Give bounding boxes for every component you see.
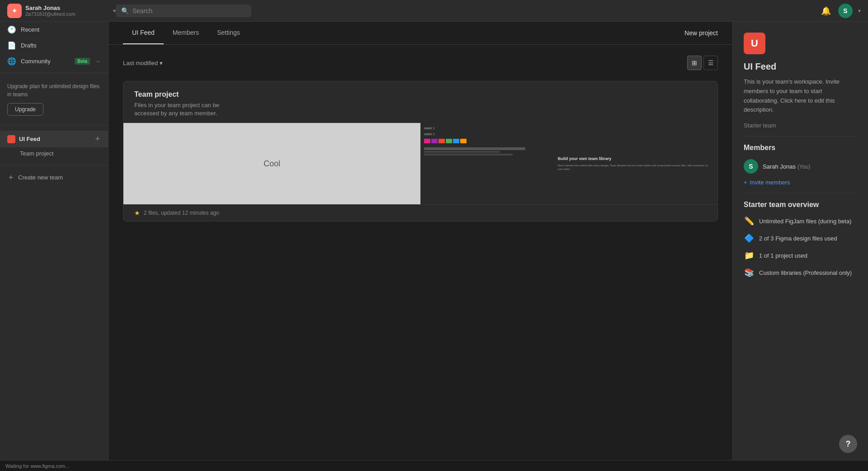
content-area: UI Feed Members Settings New project Las… (108, 22, 732, 460)
team-add-button[interactable]: + (94, 133, 101, 145)
grid-view-button[interactable]: ⊞ (687, 56, 702, 70)
user-info: Sarah Jonas 2a73181f@uifeed.com (25, 5, 109, 17)
lib-color-swatches (424, 139, 551, 143)
lib-header-1: eader 1 (424, 127, 551, 130)
library-left-panel: eader 1 eader 1 (420, 123, 554, 204)
team-panel-title: UI Feed (744, 61, 857, 72)
overview-item-2: 🔷 2 of 3 Figma design files used (744, 233, 857, 243)
view-toggle: ⊞ ☰ (687, 56, 718, 70)
project-card: Team project Files in your team project … (123, 81, 718, 221)
panel-divider-1 (744, 136, 857, 137)
lib-swatch-red (439, 139, 445, 143)
globe-icon: 🌐 (7, 57, 16, 66)
topbar-right: 🔔 S ▾ (819, 4, 861, 18)
filter-bar: Last modified ▾ ⊞ ☰ (123, 56, 718, 70)
lib-type-3 (424, 154, 513, 155)
team-panel-desc: This is your team's workspace. Invite me… (744, 77, 857, 115)
upgrade-section: Upgrade plan for unlimited design files … (0, 77, 108, 121)
team-header[interactable]: UI Feed + (0, 131, 108, 147)
filter-button[interactable]: Last modified ▾ (123, 60, 163, 66)
sidebar-divider-2 (0, 125, 108, 125)
upgrade-button[interactable]: Upgrade (7, 103, 43, 116)
filter-label: Last modified (123, 60, 158, 66)
create-team-label: Create new team (18, 174, 63, 181)
recent-label: Recent (21, 26, 101, 33)
search-box[interactable]: 🔍 Search (116, 5, 251, 17)
invite-members-link[interactable]: + Invite members (744, 179, 857, 186)
star-icon: ★ (134, 209, 140, 217)
community-badge: Beta (75, 58, 90, 65)
sidebar-item-team-project[interactable]: Team project (0, 147, 108, 160)
avatar-chevron[interactable]: ▾ (858, 8, 861, 14)
notifications-button[interactable]: 🔔 (819, 4, 833, 18)
project-title: Team project (134, 90, 707, 99)
topbar: ✦ Sarah Jonas 2a73181f@uifeed.com ▾ 🔍 Se… (0, 0, 868, 22)
team-color-indicator (7, 135, 15, 143)
create-team-button[interactable]: ＋ Create new team (0, 169, 108, 186)
upgrade-text: Upgrade plan for unlimited design files … (7, 82, 101, 99)
file-thumb-library[interactable]: eader 1 eader 1 (420, 123, 717, 204)
team-panel-avatar: U (744, 33, 765, 54)
libraries-icon: 📚 (744, 268, 755, 278)
project-desc: Files in your team project can be access… (134, 101, 707, 118)
file-thumb-cool[interactable]: Cool (123, 123, 420, 204)
sidebar-item-community[interactable]: 🌐 Community Beta → (0, 53, 108, 69)
main-layout: 🕐 Recent 📄 Drafts 🌐 Community Beta → Upg… (0, 22, 868, 460)
lib-swatch-purple (431, 139, 438, 143)
file-icon: 📄 (7, 41, 16, 50)
tab-ui-feed[interactable]: UI Feed (123, 22, 164, 44)
sidebar-divider-3 (0, 165, 108, 165)
help-button[interactable]: ? (839, 435, 857, 453)
project-card-header: Team project Files in your team project … (123, 81, 717, 123)
content-body: Last modified ▾ ⊞ ☰ Team project Files i… (108, 45, 732, 232)
overview-text-3: 1 of 1 project used (759, 252, 807, 259)
lib-swatch-pink (424, 139, 430, 143)
statusbar: Waiting for www.figma.com... (0, 460, 868, 471)
library-text: Don't reinvent the wheel with every desi… (558, 164, 714, 171)
overview-text-1: Unlimited FigJam files (during beta) (759, 218, 851, 225)
sidebar-divider-1 (0, 73, 108, 73)
user-email: 2a73181f@uifeed.com (25, 11, 109, 17)
member-you-text: (You) (797, 164, 810, 170)
project-files: Cool eader 1 eader 1 (123, 123, 717, 204)
file-cool-label: Cool (264, 159, 280, 169)
member-avatar: S (744, 159, 758, 174)
library-preview: eader 1 eader 1 (420, 123, 717, 204)
search-icon: 🔍 (121, 7, 129, 14)
library-right-panel: Build your own team library Don't reinve… (554, 123, 717, 204)
avatar[interactable]: S (838, 4, 853, 18)
right-panel: U UI Feed This is your team's workspace.… (732, 22, 868, 460)
community-label: Community (21, 58, 70, 65)
invite-plus-icon: + (744, 179, 747, 186)
content-header: UI Feed Members Settings New project (108, 22, 732, 45)
topbar-left: ✦ Sarah Jonas 2a73181f@uifeed.com ▾ (7, 4, 116, 18)
statusbar-text: Waiting for www.figma.com... (5, 463, 69, 469)
lib-header-2: eader 1 (424, 132, 551, 136)
library-title: Build your own team library (558, 156, 714, 162)
drafts-label: Drafts (21, 42, 101, 49)
community-arrow-icon: → (94, 58, 101, 65)
lib-type-1 (424, 147, 525, 150)
sidebar: 🕐 Recent 📄 Drafts 🌐 Community Beta → Upg… (0, 22, 108, 460)
team-name-label: UI Feed (19, 136, 90, 142)
member-name: Sarah Jonas (763, 163, 796, 170)
list-view-button[interactable]: ☰ (703, 56, 718, 70)
invite-label: Invite members (750, 179, 790, 186)
team-section: UI Feed + Team project (0, 129, 108, 161)
tab-settings[interactable]: Settings (208, 22, 249, 44)
project-icon: 📁 (744, 250, 755, 260)
search-placeholder: Search (132, 7, 152, 14)
lib-swatch-blue (453, 139, 459, 143)
user-name: Sarah Jonas (25, 5, 109, 11)
content-tabs: UI Feed Members Settings (123, 22, 249, 44)
figma-logo: ✦ (7, 4, 22, 18)
sidebar-item-drafts[interactable]: 📄 Drafts (0, 38, 108, 53)
sidebar-item-recent[interactable]: 🕐 Recent (0, 22, 108, 38)
overview-item-3: 📁 1 of 1 project used (744, 250, 857, 260)
new-project-button[interactable]: New project (684, 26, 718, 40)
clock-icon: 🕐 (7, 25, 16, 34)
overview-text-2: 2 of 3 Figma design files used (759, 235, 837, 242)
plus-icon: ＋ (7, 173, 14, 182)
lib-type-samples (424, 147, 551, 155)
tab-members[interactable]: Members (164, 22, 208, 44)
